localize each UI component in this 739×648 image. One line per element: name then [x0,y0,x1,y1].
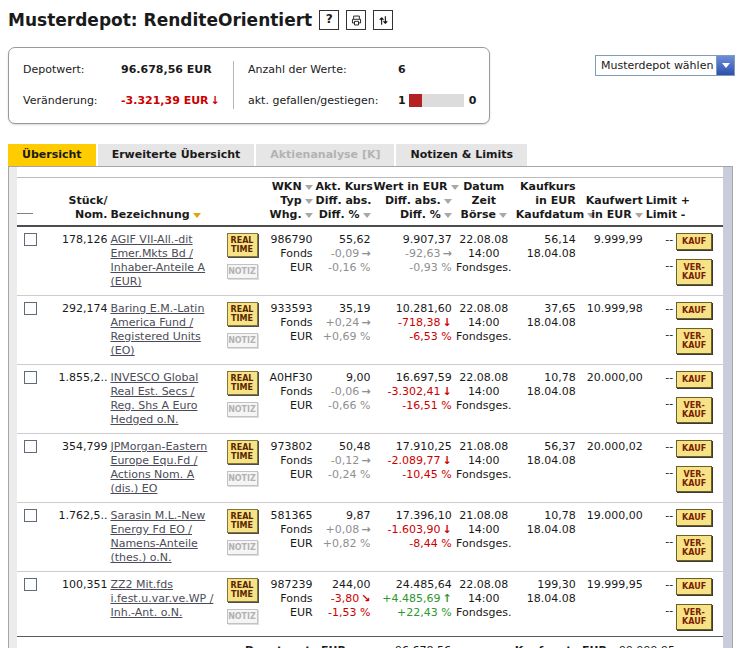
kauf-button[interactable]: KAUF [676,509,712,526]
typ: Fonds [265,592,313,606]
sort-icon[interactable] [499,213,507,218]
realtime-badge[interactable]: REALTIME [227,578,258,602]
typ: Fonds [265,247,313,261]
notiz-badge[interactable]: NOTIZ [227,609,258,624]
sort-icon[interactable] [305,185,313,190]
notiz-badge[interactable]: NOTIZ [227,264,258,279]
tab-uebersicht[interactable]: Übersicht [8,144,96,166]
sort-icon[interactable] [451,185,459,190]
table-row: 1.855,2.. INVESCO Global Real Est. Secs … [17,365,723,434]
depot-select[interactable]: Musterdepot wählen [595,55,735,76]
typ: Fonds [265,523,313,537]
col-wert-eur: Wert in EUR [374,180,448,193]
row-checkbox[interactable] [24,509,37,522]
row-checkbox[interactable] [24,578,37,591]
realtime-badge[interactable]: REALTIME [227,371,258,395]
quantity: 178,126 [45,226,110,296]
instrument-link[interactable]: JPMorgan-Eastern Europe Equ.Fd / Actions… [110,440,219,496]
kaufwert: 19.000,00 [579,503,646,572]
verkauf-button[interactable]: VER-KAUF [676,259,712,285]
titlebar: Musterdepot: RenditeOrientiert ? [8,6,735,34]
scrollbar[interactable] [723,167,732,648]
sort-icon[interactable] [305,213,313,218]
anzahl-value: 6 [398,63,406,76]
row-checkbox[interactable] [24,233,37,246]
trend-arrow-icon: ↑ [443,592,452,605]
col-limit-minus: Limit - [646,208,673,222]
print-button[interactable] [346,10,366,30]
sort-icon[interactable] [305,199,313,204]
kurs-diff-pct: +0,69 % [316,330,371,344]
row-checkbox[interactable] [24,440,37,453]
kauf-button[interactable]: KAUF [676,233,712,250]
notiz-badge[interactable]: NOTIZ [227,471,258,486]
instrument-link[interactable]: INVESCO Global Real Est. Secs / Reg. Shs… [110,371,219,427]
sort-icon[interactable] [635,213,643,218]
instrument-link[interactable]: ZZ2 Mit.fds i.fest.u.var.ve.WP / Inh.-An… [110,578,219,620]
kurs-diff-pct: -0,24 % [316,468,371,482]
wert-eur: 10.281,60 [374,302,452,316]
gefallen-label: akt. gefallen/gestiegen: [248,94,398,107]
verkauf-button[interactable]: VER-KAUF [676,604,712,630]
wkn: 973802 [265,440,313,454]
kaufwert: 19.999,95 [579,572,646,637]
kaufdatum: 18.04.08 [516,247,576,261]
zeit: 14:00 [455,592,513,606]
wkn: 581365 [265,509,313,523]
quantity: 292,174 [45,296,110,365]
limit-minus: -- [646,328,673,342]
verkauf-button[interactable]: VER-KAUF [676,466,712,492]
totals-depotwert-label: Depotwert: [17,643,315,648]
realtime-badge[interactable]: REALTIME [227,233,258,257]
kauf-button[interactable]: KAUF [676,440,712,457]
tab-notizen-limits[interactable]: Notizen & Limits [396,144,527,166]
col-wkn: WKN [272,180,302,193]
wert-diff-pct: -8,44 % [374,537,452,551]
sort-desc-icon[interactable] [193,213,201,218]
wert-eur: 24.485,64 [374,578,452,592]
limit-plus: -- [646,578,673,592]
currency: EUR [265,261,313,275]
notiz-badge[interactable]: NOTIZ [227,540,258,555]
realtime-badge[interactable]: REALTIME [227,440,258,464]
sort-icon[interactable] [363,213,371,218]
trend-arrow-icon: → [361,316,370,329]
wkn: 986790 [265,233,313,247]
notiz-badge[interactable]: NOTIZ [227,333,258,348]
printer-icon [350,14,363,27]
kurs-diff-abs: -3,80 [331,592,359,605]
wert-diff-abs: -3.302,41 [388,385,441,398]
help-button[interactable]: ? [319,10,339,30]
depotwert-label: Depotwert: [23,63,121,76]
verkauf-button[interactable]: VER-KAUF [676,397,712,423]
row-checkbox[interactable] [24,302,37,315]
gestiegen-bar-segment [422,94,464,107]
refresh-button[interactable] [373,10,393,30]
sort-icon[interactable] [444,199,452,204]
totals-kaufwert-value: 99.999,95 [611,643,675,648]
kaufdatum: 18.04.08 [516,523,576,537]
kaufwert: 9.999,99 [579,226,646,296]
kauf-button[interactable]: KAUF [676,302,712,319]
select-none-icon[interactable] [17,213,33,214]
notiz-badge[interactable]: NOTIZ [227,402,258,417]
realtime-badge[interactable]: REALTIME [227,302,258,326]
kurs-diff-abs: -0,12 [331,454,359,467]
kauf-button[interactable]: KAUF [676,371,712,388]
quantity: 1.855,2.. [45,365,110,434]
verkauf-button[interactable]: VER-KAUF [676,535,712,561]
chevron-down-icon[interactable] [716,56,734,75]
limit-minus: -- [646,397,673,411]
tab-erweiterte-uebersicht[interactable]: Erweiterte Übersicht [98,144,255,166]
wert-diff-pct: -6,53 % [374,330,452,344]
kauf-button[interactable]: KAUF [676,578,712,595]
row-checkbox[interactable] [24,371,37,384]
zeit: 14:00 [455,385,513,399]
instrument-link[interactable]: Baring E.M.-Latin America Fund / Registe… [110,302,219,358]
instrument-link[interactable]: Sarasin M.L.-New Energy Fd EO / Namens-A… [110,509,219,565]
table-row: 292,174 Baring E.M.-Latin America Fund /… [17,296,723,365]
instrument-link[interactable]: AGIF VII-All.-dit Emer.Mkts Bd / Inhaber… [110,233,219,289]
verkauf-button[interactable]: VER-KAUF [676,328,712,354]
realtime-badge[interactable]: REALTIME [227,509,258,533]
sort-icon[interactable] [444,213,452,218]
